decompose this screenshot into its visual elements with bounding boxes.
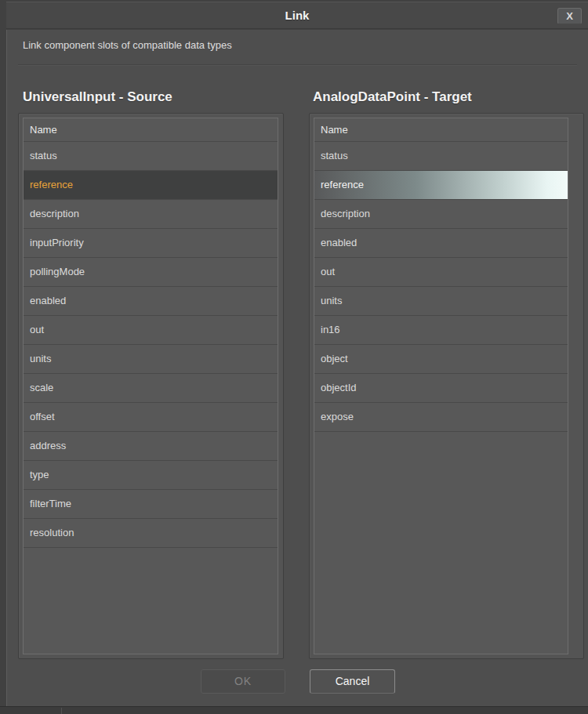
- slot-row-inputPriority[interactable]: inputPriority: [24, 229, 278, 258]
- source-column-header: Name: [24, 118, 278, 142]
- source-slot-panel: Name statusreferencedescriptioninputPrio…: [18, 113, 284, 659]
- dialog-titlebar[interactable]: Link X: [6, 2, 588, 29]
- dialog-subtitle: Link component slots of compatible data …: [23, 39, 232, 51]
- slot-row-units[interactable]: units: [314, 287, 568, 316]
- slot-row-enabled[interactable]: enabled: [24, 287, 278, 316]
- target-row-container: statusreferencedescriptionenabledoutunit…: [314, 142, 568, 432]
- background-app-divider: [61, 708, 62, 714]
- dialog-content: Link component slots of compatible data …: [6, 30, 588, 706]
- slot-row-status[interactable]: status: [24, 142, 278, 171]
- slot-row-objectId[interactable]: objectId: [314, 374, 568, 403]
- close-icon[interactable]: X: [557, 8, 582, 24]
- link-dialog: Link X Link component slots of compatibl…: [6, 2, 588, 706]
- target-column-header: Name: [314, 118, 568, 142]
- ok-button[interactable]: OK: [201, 669, 285, 694]
- slot-row-offset[interactable]: offset: [24, 403, 278, 432]
- source-slot-table: Name statusreferencedescriptioninputPrio…: [23, 118, 278, 654]
- slot-row-in16[interactable]: in16: [314, 316, 568, 345]
- source-row-container: statusreferencedescriptioninputPriorityp…: [24, 142, 278, 548]
- source-panel-title: UniversalInput - Source: [23, 89, 172, 105]
- slot-row-type[interactable]: type: [24, 461, 278, 490]
- background-app-strip: [0, 706, 588, 714]
- slot-row-expose[interactable]: expose: [314, 403, 568, 432]
- slot-row-enabled[interactable]: enabled: [314, 229, 568, 258]
- slot-row-address[interactable]: address: [24, 432, 278, 461]
- slot-row-filterTime[interactable]: filterTime: [24, 490, 278, 519]
- target-panel-title: AnalogDataPoint - Target: [313, 89, 472, 105]
- slot-row-status[interactable]: status: [314, 142, 568, 171]
- slot-row-out[interactable]: out: [24, 316, 278, 345]
- slot-row-out[interactable]: out: [314, 258, 568, 287]
- subtitle-divider: [18, 64, 577, 66]
- cancel-button[interactable]: Cancel: [310, 669, 395, 694]
- slot-row-reference[interactable]: reference: [314, 171, 568, 200]
- slot-row-units[interactable]: units: [24, 345, 278, 374]
- slot-row-description[interactable]: description: [24, 200, 278, 229]
- target-slot-panel: Name statusreferencedescriptionenabledou…: [309, 113, 584, 659]
- target-slot-table: Name statusreferencedescriptionenabledou…: [314, 118, 568, 654]
- slot-row-resolution[interactable]: resolution: [24, 519, 278, 548]
- slot-row-pollingMode[interactable]: pollingMode: [24, 258, 278, 287]
- slot-row-object[interactable]: object: [314, 345, 568, 374]
- slot-row-reference[interactable]: reference: [24, 171, 278, 200]
- slot-row-scale[interactable]: scale: [24, 374, 278, 403]
- dialog-title: Link: [6, 2, 588, 28]
- slot-row-description[interactable]: description: [314, 200, 568, 229]
